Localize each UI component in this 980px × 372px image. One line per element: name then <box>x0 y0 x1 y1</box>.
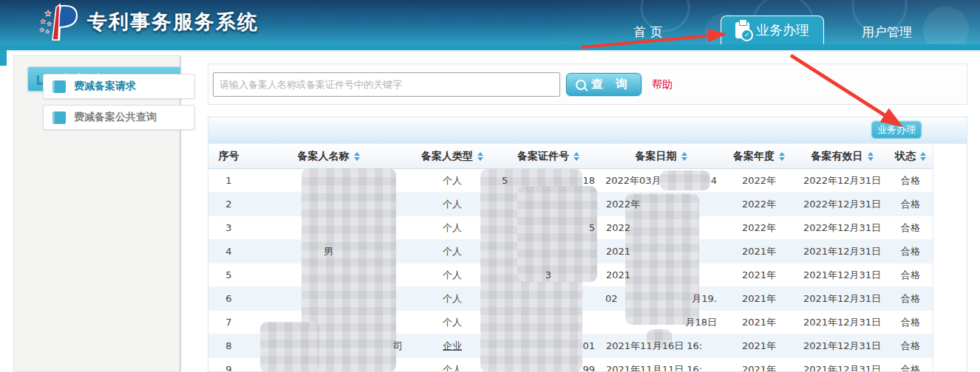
sort-icon <box>354 152 360 161</box>
sidebar-item[interactable]: 费减备案请求 <box>43 74 195 99</box>
table-cell: 5 <box>208 269 249 280</box>
table-row[interactable]: 8司企业012021年11月16日 16:2021年2021年12月31日合格 <box>208 334 933 358</box>
table-row[interactable]: 9个人992021年11月11日 16:2021年2021年12月31日合格 <box>208 358 933 372</box>
table-cell: 合格 <box>888 363 933 372</box>
table-cell: 企业 <box>408 340 497 353</box>
table-cell: 2021年12月31日 <box>796 340 888 353</box>
table-row[interactable]: 1个人5182022年03月42022年2022年12月31日合格 <box>208 169 933 193</box>
table-cell: 司 <box>249 340 408 353</box>
sort-icon <box>779 152 785 161</box>
table-cell: 2021年 <box>722 363 796 372</box>
left-accent-block <box>0 50 7 66</box>
table-cell: 合格 <box>888 316 933 329</box>
help-link[interactable]: 帮助 <box>652 78 673 92</box>
column-header-label: 状态 <box>895 150 916 163</box>
search-button[interactable]: 查 询 <box>566 73 642 96</box>
table-cell: 99 <box>497 364 600 372</box>
book-icon <box>52 111 66 124</box>
table-cell: 个人 <box>408 174 497 187</box>
table-cell: 2021年12月31日 <box>796 363 888 372</box>
nav-item[interactable]: 首 页 <box>608 24 689 41</box>
column-header-label: 备案有效日 <box>811 150 863 163</box>
table-row[interactable]: 2个人2022年2022年2022年12月31日合格 <box>208 193 933 216</box>
table-cell: 合格 <box>888 269 933 282</box>
table-row[interactable]: 4男个人20212021年2021年12月31日合格 <box>208 240 933 264</box>
sidebar-item[interactable]: 费减备案公共查询 <box>43 105 195 130</box>
table-cell: 518 <box>497 175 600 186</box>
panel-toolbar: 业务办理 <box>208 117 967 144</box>
clipboard-check-icon: ✓ <box>735 22 749 38</box>
tab-label: 业务办理 <box>756 21 809 39</box>
tab-business-handling[interactable]: ✓业务办理 <box>721 16 824 44</box>
table-cell: 2021年 <box>722 269 796 282</box>
table-cell: 2021年12月31日 <box>796 316 888 329</box>
table-cell: 2022年03月4 <box>600 174 722 187</box>
column-header[interactable]: 备案人类型 <box>408 150 497 163</box>
app-header: ★ ★ ★ ★ ★ 专利事务服务系统 首 页✓业务办理用户管理 <box>0 0 980 44</box>
table-cell: 男 <box>249 245 408 258</box>
table-header-row: 序号备案人名称备案人类型备案证件号备案日期备案年度备案有效日状态 <box>208 144 933 169</box>
table-cell: 2022 <box>600 222 722 233</box>
table-cell: 2021年11月11日 16: <box>600 363 722 372</box>
table-cell: 2021 <box>600 246 722 257</box>
sort-icon <box>574 152 579 161</box>
table-row[interactable]: 7个人月18日2021年2021年12月31日合格 <box>208 311 933 334</box>
table-cell: 3 <box>208 222 249 233</box>
column-header-label: 备案人名称 <box>298 150 350 163</box>
table-row[interactable]: 3个人520222022年2022年12月31日合格 <box>208 216 933 240</box>
table-cell: 4 <box>208 246 249 257</box>
column-header-label: 备案人类型 <box>421 150 473 163</box>
table-cell: 5 <box>497 222 600 233</box>
column-header[interactable]: 状态 <box>888 150 933 163</box>
table-cell: 2021年 <box>722 292 796 306</box>
table-cell: 合格 <box>888 198 933 211</box>
column-header-label: 备案证件号 <box>517 150 569 163</box>
table-cell: 2021年12月31日 <box>796 269 888 282</box>
table-cell: 1 <box>208 175 249 186</box>
table-cell: 2021年11月16日 16: <box>600 340 722 353</box>
table-cell: 01 <box>497 340 600 351</box>
column-header[interactable]: 备案日期 <box>600 150 722 163</box>
table-cell: 个人 <box>408 269 497 282</box>
records-table: 序号备案人名称备案人类型备案证件号备案日期备案年度备案有效日状态 1个人5182… <box>208 144 933 372</box>
column-header[interactable]: 备案人名称 <box>249 150 408 163</box>
search-panel: 查 询 帮助 <box>208 63 967 105</box>
column-header[interactable]: 备案有效日 <box>796 150 888 163</box>
table-row[interactable]: 6个人02月19.2021年2021年12月31日合格 <box>208 287 933 311</box>
table-row[interactable]: 5个人320212021年2021年12月31日合格 <box>208 264 933 287</box>
table-cell: 2021年12月31日 <box>796 292 888 306</box>
table-cell: 2022年 <box>722 221 796 235</box>
table-cell: 个人 <box>408 316 497 329</box>
table-cell: 8 <box>208 340 249 351</box>
search-button-label: 查 询 <box>591 77 633 92</box>
book-icon <box>52 80 66 93</box>
table-cell: 2021年 <box>722 316 796 329</box>
table-cell: 2022年12月31日 <box>796 174 888 187</box>
table-cell: 2022年 <box>722 174 796 187</box>
sidebar-item-label: 费减备案请求 <box>74 80 136 93</box>
table-cell: 9 <box>208 364 249 372</box>
business-handle-button[interactable]: 业务办理 <box>871 121 922 139</box>
table-cell: 个人 <box>408 198 497 211</box>
column-header[interactable]: 备案证件号 <box>497 150 600 163</box>
table-cell: 个人 <box>408 245 497 258</box>
table-body: 1个人5182022年03月42022年2022年12月31日合格2个人2022… <box>208 169 933 372</box>
table-cell: 2021年 <box>722 245 796 258</box>
table-cell: 2021年12月31日 <box>796 245 888 258</box>
table-cell: 3 <box>497 269 600 280</box>
search-input[interactable] <box>213 72 560 97</box>
nav-item[interactable]: 用户管理 <box>843 24 931 41</box>
records-panel: 业务办理 序号备案人名称备案人类型备案证件号备案日期备案年度备案有效日状态 1个… <box>208 117 967 372</box>
table-cell: 2022年12月31日 <box>796 198 888 211</box>
table-cell: 2022年12月31日 <box>796 221 888 235</box>
column-header[interactable]: 备案年度 <box>722 150 796 163</box>
sort-icon <box>868 152 874 161</box>
table-cell: 合格 <box>888 340 933 353</box>
sort-icon <box>920 152 926 161</box>
search-icon <box>576 80 586 90</box>
table-cell: 2021 <box>600 269 722 280</box>
header-accent-bar <box>0 44 980 52</box>
column-header-label: 备案年度 <box>733 150 775 163</box>
table-cell: 合格 <box>888 174 933 187</box>
table-cell: 个人 <box>408 221 497 235</box>
